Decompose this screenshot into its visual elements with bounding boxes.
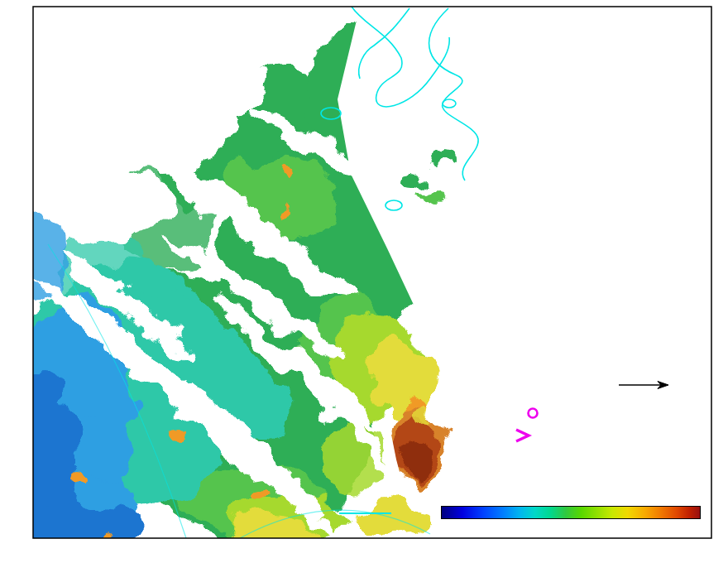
colorbar (441, 506, 701, 519)
date-annotation (589, 275, 710, 349)
map-figure (0, 0, 728, 563)
